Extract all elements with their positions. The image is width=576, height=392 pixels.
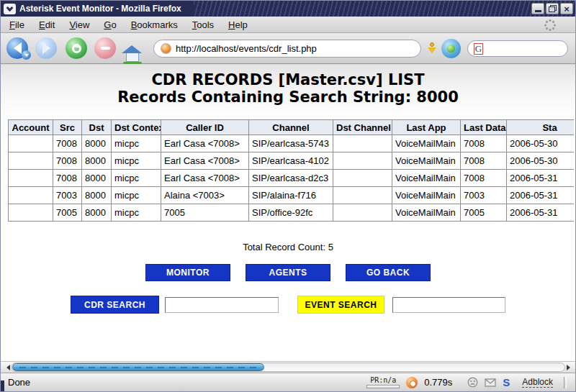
menu-item-edit[interactable]: Edit [33, 18, 60, 32]
table-cell: SIP/earlcasa-d2c3 [249, 170, 333, 187]
search-row: CDR SEARCH EVENT SEARCH [1, 296, 575, 314]
column-header: Src [53, 120, 82, 135]
chevron-down-icon [6, 4, 14, 12]
title-bar[interactable]: Asterisk Event Monitor - Mozilla Firefox… [1, 1, 575, 17]
page-title: CDR RECORDS [Master.csv] LIST [1, 71, 575, 88]
scrollbar-thumb[interactable] [12, 363, 264, 371]
table-row: 70088000micpcEarl Casa <7008>SIP/earlcas… [9, 170, 575, 187]
monitor-button[interactable]: MONITOR [145, 264, 230, 281]
mail-icon[interactable] [485, 378, 496, 387]
forward-arrow-icon [42, 42, 56, 54]
event-search-button[interactable]: EVENT SEARCH [297, 296, 384, 314]
table-cell: 7008 [53, 170, 82, 187]
minimize-button[interactable] [531, 3, 544, 14]
menu-item-go[interactable]: Go [98, 18, 122, 32]
window-corner [1, 380, 4, 391]
menu-bar: FileEditViewGoBookmarksToolsHelp [1, 17, 575, 33]
search-engine-icon[interactable]: G [474, 43, 483, 55]
menu-item-view[interactable]: View [63, 18, 95, 32]
table-cell [9, 187, 53, 204]
menu-item-help[interactable]: Help [222, 18, 253, 32]
stop-button[interactable] [94, 37, 116, 59]
action-button-row: MONITOR AGENTS GO BACK [1, 264, 575, 281]
horizontal-scrollbar[interactable] [1, 361, 575, 373]
maximize-button[interactable] [546, 3, 559, 14]
close-button[interactable]: × [560, 3, 573, 14]
window-menu-icon[interactable] [4, 4, 16, 14]
table-cell: micpc [112, 204, 161, 222]
table-cell [333, 152, 392, 170]
search-bar[interactable]: G [467, 40, 568, 57]
web-search-input[interactable] [487, 44, 576, 54]
back-dropdown-icon[interactable] [22, 50, 31, 60]
cdr-table-header-row: AccountSrcDstDst ContextCaller IDChannel… [9, 120, 575, 135]
table-cell [9, 152, 53, 170]
sad-face-icon[interactable] [467, 377, 478, 388]
menu-item-bookmarks[interactable]: Bookmarks [125, 18, 184, 32]
table-cell [9, 135, 53, 152]
fasterfox-timer-icon[interactable] [406, 377, 418, 388]
cdr-search-input[interactable] [165, 297, 279, 313]
menu-item-file[interactable]: File [4, 18, 30, 32]
menu-item-tools[interactable]: Tools [186, 18, 220, 32]
table-cell: 2006-05-31 [507, 204, 575, 222]
table-cell: 8000 [82, 170, 112, 187]
table-cell: VoiceMailMain [392, 152, 461, 170]
cdr-search-button[interactable]: CDR SEARCH [71, 296, 159, 314]
column-header: Last App [392, 120, 461, 135]
table-cell: 8000 [82, 204, 112, 222]
table-cell [333, 135, 392, 152]
go-back-button[interactable]: GO BACK [346, 264, 431, 281]
cdr-table-container: AccountSrcDstDst ContextCaller IDChannel… [8, 119, 574, 227]
table-row: 70058000micpc7005SIP/office-92fcVoiceMai… [9, 204, 575, 222]
scroll-right-arrow-icon[interactable] [567, 365, 573, 370]
table-cell: SIP/office-92fc [249, 204, 333, 222]
back-button[interactable] [6, 37, 28, 59]
table-cell [333, 204, 392, 222]
home-button[interactable] [122, 38, 143, 58]
agents-button[interactable]: AGENTS [246, 264, 330, 281]
status-bar: Done PR:n/a 0.779s S Adblock [1, 373, 575, 391]
table-cell: 2006-05-30 [507, 152, 575, 170]
table-cell: 8000 [82, 152, 112, 170]
go-button[interactable] [441, 39, 461, 58]
table-cell [9, 170, 53, 187]
column-header: Channel [249, 120, 333, 135]
gold-arrow-icon[interactable] [426, 42, 438, 55]
url-bar[interactable] [153, 40, 421, 58]
scrollbar-track[interactable] [11, 363, 565, 372]
reload-icon [72, 44, 81, 53]
resize-grip[interactable] [564, 377, 567, 388]
house-icon [122, 35, 142, 53]
scroll-left-arrow-icon[interactable] [4, 365, 10, 370]
navigation-toolbar: G [1, 33, 575, 64]
forward-button[interactable] [35, 37, 57, 59]
load-time-text: 0.779s [424, 377, 452, 388]
table-row: 70038000micpcAlaina <7003>SIP/alaina-f71… [9, 187, 575, 204]
minimize-icon [535, 10, 541, 12]
column-header: Last Data [461, 120, 507, 135]
table-cell: 7003 [53, 187, 82, 204]
table-cell: 8000 [82, 187, 112, 204]
table-cell: Alaina <7003> [161, 187, 249, 204]
table-cell: 8000 [82, 135, 112, 152]
column-header: Dst Channel [333, 120, 392, 135]
reload-button[interactable] [66, 37, 87, 59]
url-input[interactable] [176, 43, 414, 54]
table-cell: VoiceMailMain [392, 135, 461, 152]
table-cell: SIP/earlcasa-4102 [249, 152, 333, 170]
s-extension-icon[interactable]: S [503, 376, 510, 388]
table-cell: 2006-05-31 [507, 170, 575, 187]
table-cell [9, 204, 53, 222]
table-cell: VoiceMailMain [392, 170, 461, 187]
adblock-button[interactable]: Adblock [522, 377, 553, 388]
browser-window: Asterisk Event Monitor - Mozilla Firefox… [0, 0, 576, 392]
pagerank-indicator[interactable]: PR:n/a [366, 377, 400, 388]
window-title: Asterisk Event Monitor - Mozilla Firefox [19, 4, 181, 14]
table-cell: 7005 [161, 204, 249, 222]
table-cell [333, 187, 392, 204]
table-cell: 2006-05-31 [507, 187, 575, 204]
table-cell: Earl Casa <7008> [161, 135, 249, 152]
event-search-input[interactable] [392, 297, 505, 313]
throbber-icon [544, 19, 557, 32]
